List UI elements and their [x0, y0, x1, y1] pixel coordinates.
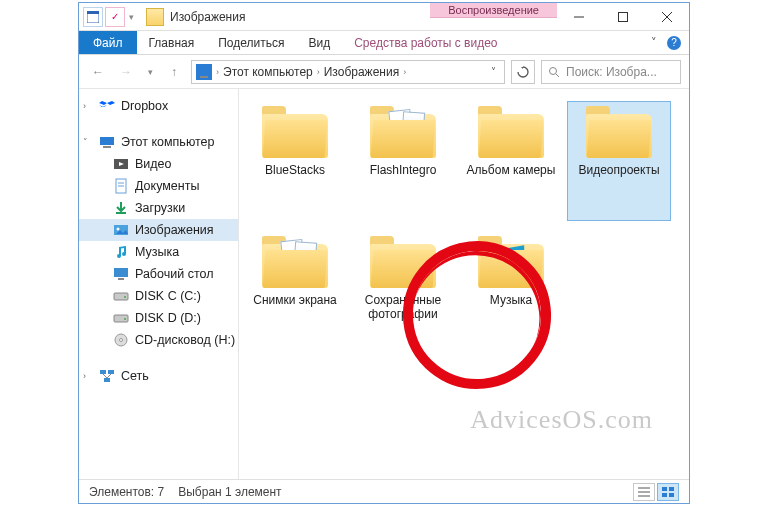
svg-rect-7 — [200, 76, 208, 78]
chevron-right-icon[interactable]: › — [317, 67, 320, 77]
nav-item[interactable]: CD-дисковод (H:) — [79, 329, 238, 351]
svg-rect-28 — [100, 370, 106, 374]
folder-icon — [370, 106, 436, 158]
drive-icon — [113, 288, 129, 304]
qat-dropdown-icon[interactable]: ▾ — [127, 12, 136, 22]
folder-label: Альбом камеры — [467, 164, 556, 178]
forward-button[interactable]: → — [115, 61, 137, 83]
nav-item[interactable]: Рабочий стол — [79, 263, 238, 285]
svg-line-32 — [107, 374, 111, 378]
ribbon-collapse-icon[interactable]: ˅ — [651, 36, 657, 49]
svg-rect-6 — [197, 67, 211, 75]
folder-icon — [262, 106, 328, 158]
chevron-right-icon[interactable]: › — [403, 67, 406, 77]
search-input[interactable]: Поиск: Изобра... — [541, 60, 681, 84]
chevron-icon[interactable]: ˅ — [83, 137, 88, 147]
nav-item-label: Этот компьютер — [121, 135, 214, 149]
svg-rect-22 — [114, 293, 128, 300]
window-controls — [557, 3, 689, 30]
svg-rect-3 — [619, 12, 628, 21]
status-selection: Выбран 1 элемент — [178, 485, 281, 499]
file-tab[interactable]: Файл — [79, 31, 137, 54]
nav-item[interactable]: ›Сеть — [79, 365, 238, 387]
status-bar: Элементов: 7 Выбран 1 элемент — [79, 479, 689, 503]
qat-checkbox-button[interactable]: ✓ — [105, 7, 125, 27]
explorer-body: ›Dropbox˅Этот компьютерВидеоДокументыЗаг… — [79, 89, 689, 479]
nav-item-label: Документы — [135, 179, 199, 193]
grid-icon — [662, 487, 674, 497]
folder-icon — [262, 236, 328, 288]
svg-rect-38 — [662, 493, 667, 497]
breadcrumb-pictures[interactable]: Изображения — [324, 65, 399, 79]
ribbon-tabs: Файл Главная Поделиться Вид Средства раб… — [79, 31, 689, 55]
qat-properties-button[interactable] — [83, 7, 103, 27]
svg-rect-11 — [103, 146, 111, 148]
contextual-tab-header-label: Воспроизведение — [430, 3, 557, 18]
contextual-tab-header: Воспроизведение — [430, 3, 557, 30]
window-title: Изображения — [170, 10, 245, 24]
watermark-text: AdvicesOS.com — [470, 405, 653, 435]
folder-label: Видеопроекты — [578, 164, 659, 178]
address-bar[interactable]: › Этот компьютер › Изображения › ˅ — [191, 60, 505, 84]
minimize-button[interactable] — [557, 3, 601, 30]
nav-item[interactable]: Изображения — [79, 219, 238, 241]
svg-rect-37 — [669, 487, 674, 491]
chevron-icon[interactable]: › — [83, 371, 86, 381]
nav-item-label: DISK D (D:) — [135, 311, 201, 325]
cd-icon — [113, 332, 129, 348]
svg-rect-29 — [108, 370, 114, 374]
folder-item[interactable]: BlueStacks — [243, 101, 347, 221]
nav-item[interactable]: Видео — [79, 153, 238, 175]
folder-item[interactable]: Сохраненные фотографии — [351, 231, 455, 351]
folder-item[interactable]: Музыка — [459, 231, 563, 351]
folder-label: FlashIntegro — [370, 164, 437, 178]
folder-label: Снимки экрана — [253, 294, 337, 308]
svg-line-31 — [103, 374, 107, 378]
chevron-icon[interactable]: › — [83, 101, 86, 111]
nav-item[interactable]: ›Dropbox — [79, 95, 238, 117]
svg-rect-39 — [669, 493, 674, 497]
tab-share[interactable]: Поделиться — [206, 31, 296, 54]
nav-item[interactable]: DISK C (C:) — [79, 285, 238, 307]
svg-rect-24 — [114, 315, 128, 322]
folder-icon — [478, 236, 544, 288]
nav-item[interactable]: Музыка — [79, 241, 238, 263]
tab-video-tools[interactable]: Средства работы с видео — [342, 31, 509, 54]
view-details-button[interactable] — [633, 483, 655, 501]
folder-item[interactable]: Альбом камеры — [459, 101, 563, 221]
help-icon[interactable]: ? — [667, 36, 681, 50]
maximize-button[interactable] — [601, 3, 645, 30]
quick-access-toolbar: ✓ ▾ — [79, 3, 140, 30]
svg-rect-1 — [87, 11, 99, 14]
pc-icon — [196, 64, 212, 80]
recent-locations-button[interactable]: ▾ — [143, 61, 157, 83]
tab-view[interactable]: Вид — [296, 31, 342, 54]
address-bar-row: ← → ▾ ↑ › Этот компьютер › Изображения ›… — [79, 55, 689, 89]
back-button[interactable]: ← — [87, 61, 109, 83]
nav-item[interactable]: Документы — [79, 175, 238, 197]
nav-item-label: CD-дисковод (H:) — [135, 333, 235, 347]
nav-item[interactable]: Загрузки — [79, 197, 238, 219]
nav-item[interactable]: ˅Этот компьютер — [79, 131, 238, 153]
tab-home[interactable]: Главная — [137, 31, 207, 54]
folder-label: Сохраненные фотографии — [356, 294, 450, 322]
chevron-right-icon[interactable]: › — [216, 67, 219, 77]
close-button[interactable] — [645, 3, 689, 30]
svg-line-9 — [556, 74, 559, 77]
view-large-icons-button[interactable] — [657, 483, 679, 501]
titlebar: ✓ ▾ Изображения Воспроизведение — [79, 3, 689, 31]
refresh-button[interactable] — [511, 60, 535, 84]
folder-item[interactable]: FlashIntegro — [351, 101, 455, 221]
up-button[interactable]: ↑ — [163, 61, 185, 83]
nav-item[interactable]: DISK D (D:) — [79, 307, 238, 329]
nav-item-label: DISK C (C:) — [135, 289, 201, 303]
address-history-icon[interactable]: ˅ — [487, 66, 500, 77]
svg-rect-30 — [104, 378, 110, 382]
content-pane[interactable]: BlueStacks FlashIntegro Альбом камеры Ви… — [239, 89, 689, 479]
folder-item[interactable]: Видеопроекты — [567, 101, 671, 221]
folder-item[interactable]: Снимки экрана — [243, 231, 347, 351]
svg-point-25 — [124, 318, 126, 320]
nav-item-label: Рабочий стол — [135, 267, 213, 281]
breadcrumb-pc[interactable]: Этот компьютер — [223, 65, 313, 79]
folder-icon — [478, 106, 544, 158]
